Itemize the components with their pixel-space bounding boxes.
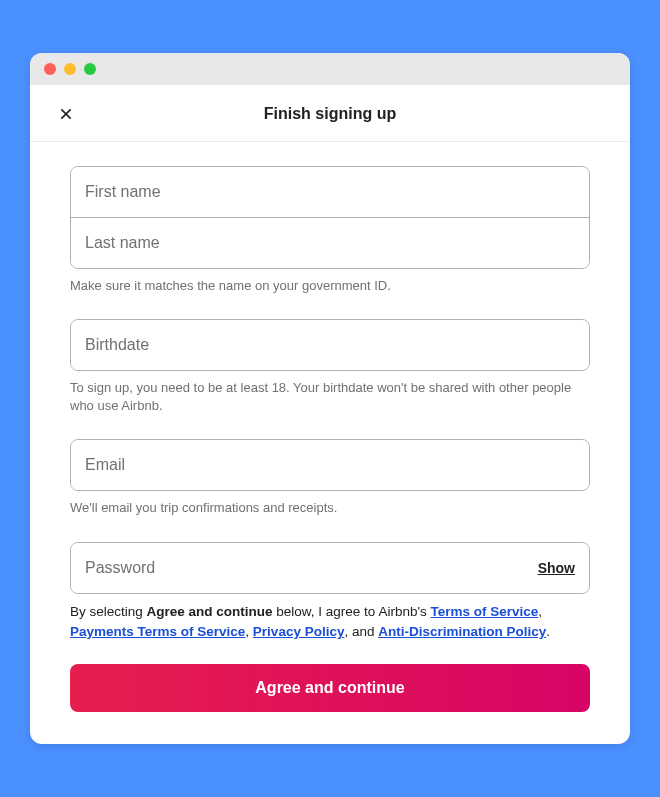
window-titlebar xyxy=(30,53,630,85)
window-maximize-icon[interactable] xyxy=(84,63,96,75)
password-label: Password xyxy=(85,559,155,577)
name-hint: Make sure it matches the name on your go… xyxy=(70,277,590,295)
window-close-icon[interactable] xyxy=(44,63,56,75)
window-minimize-icon[interactable] xyxy=(64,63,76,75)
birthdate-input[interactable]: Birthdate xyxy=(71,320,589,370)
modal-header: Finish signing up xyxy=(30,85,630,142)
password-input[interactable]: Password Show xyxy=(71,543,589,593)
anti-discrimination-link[interactable]: Anti-Discrimination Policy xyxy=(378,624,546,639)
close-button[interactable] xyxy=(52,100,80,128)
birthdate-field-group: Birthdate xyxy=(70,319,590,371)
show-password-button[interactable]: Show xyxy=(538,560,575,576)
email-input[interactable]: Email xyxy=(71,440,589,490)
agree-continue-button[interactable]: Agree and continue xyxy=(70,664,590,712)
modal-title: Finish signing up xyxy=(54,105,606,123)
close-icon xyxy=(58,106,74,122)
payments-terms-link[interactable]: Payments Terms of Service xyxy=(70,624,245,639)
first-name-input[interactable]: First name xyxy=(71,167,589,217)
birthdate-hint: To sign up, you need to be at least 18. … xyxy=(70,379,590,415)
signup-modal: Finish signing up First name Last name M… xyxy=(30,53,630,744)
modal-body: First name Last name Make sure it matche… xyxy=(30,142,630,744)
password-field-group: Password Show xyxy=(70,542,590,594)
email-hint: We'll email you trip confirmations and r… xyxy=(70,499,590,517)
privacy-policy-link[interactable]: Privacy Policy xyxy=(253,624,345,639)
last-name-input[interactable]: Last name xyxy=(71,217,589,268)
name-field-group: First name Last name xyxy=(70,166,590,269)
legal-text: By selecting Agree and continue below, I… xyxy=(70,602,590,643)
email-field-group: Email xyxy=(70,439,590,491)
terms-of-service-link[interactable]: Terms of Service xyxy=(431,604,539,619)
